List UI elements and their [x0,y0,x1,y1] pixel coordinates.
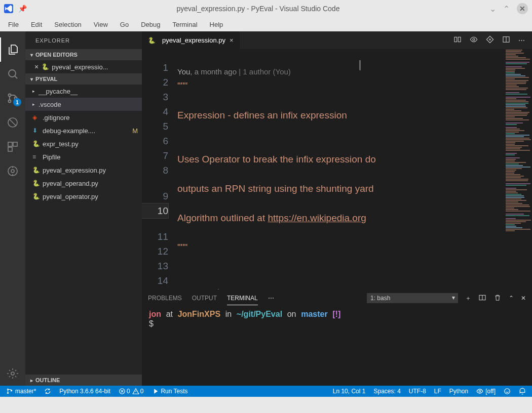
menu-debug[interactable]: Debug [136,19,165,30]
language-mode-status[interactable]: Python [448,388,469,395]
bottom-panel: PROBLEMS OUTPUT TERMINAL ⋯ 1: bash ＋ ⌃ ✕… [142,290,532,386]
open-editor-item[interactable]: × 🐍 pyeval_expressio... [25,60,142,73]
python-interpreter-status[interactable]: Python 3.6.6 64-bit [58,388,111,395]
pip-file-icon: ≡ [32,153,40,160]
git-branch-status[interactable]: master* [5,388,37,395]
git-file-icon: ◈ [32,114,40,121]
editor-tab[interactable]: 🐍 pyeval_expression.py × [142,31,240,49]
file-item[interactable]: 🐍pyeval_operand.py [25,177,142,190]
python-file-icon: 🐍 [42,63,49,70]
menu-selection[interactable]: Selection [49,19,86,30]
svg-rect-11 [454,37,457,42]
svg-point-1 [9,94,11,97]
py-file-icon: 🐍 [32,140,40,147]
settings-gear-icon[interactable] [0,361,25,386]
file-item[interactable]: ⬇debug-example....M [25,124,142,137]
minimize-button[interactable]: ⌄ [489,4,496,14]
svg-point-0 [9,70,16,77]
svg-rect-5 [8,142,12,146]
problems-tab[interactable]: PROBLEMS [148,292,182,305]
run-tests-status[interactable]: Run Tests [150,388,188,395]
chevron-down-icon: ▾ [27,76,35,82]
source-control-icon[interactable]: 1 [0,86,25,110]
svg-point-17 [7,389,8,390]
maximize-panel-icon[interactable]: ⌃ [509,295,514,302]
terminal-tab[interactable]: TERMINAL [227,292,258,305]
file-item[interactable]: 🐍pyeval_operator.py [25,190,142,203]
scm-badge: 1 [13,98,21,106]
code-content[interactable]: You, a month ago | 1 author (You) """ Ex… [177,49,504,290]
menu-go[interactable]: Go [115,19,134,30]
status-bar: master* Python 3.6.6 64-bit 0 0 Run Test… [0,386,532,397]
kill-terminal-icon[interactable] [493,294,502,303]
close-panel-icon[interactable]: ✕ [521,295,526,302]
file-item[interactable]: ◈.gitignore [25,111,142,124]
open-editors-section[interactable]: ▾ OPEN EDITORS [25,49,142,60]
debug-icon[interactable] [0,110,25,135]
svg-point-9 [11,170,14,173]
os-titlebar: 📌 pyeval_expression.py - PyEval - Visual… [0,0,532,17]
tab-bar: 🐍 pyeval_expression.py × ⋯ [142,31,532,49]
svg-point-13 [473,38,475,40]
activity-bar: 1 [0,31,25,386]
terminal-content[interactable]: jon at JonFinXPS in ~/git/PyEval on mast… [142,306,532,386]
split-editor-icon[interactable] [502,35,510,45]
sidebar-title: EXPLORER [25,31,142,49]
close-icon[interactable]: × [230,36,234,44]
menu-terminal[interactable]: Terminal [167,19,202,30]
py-file-icon: 🐍 [32,193,40,200]
menu-view[interactable]: View [89,19,113,30]
notifications-icon[interactable] [518,388,527,395]
live-share-status[interactable]: [off] [475,388,497,395]
more-actions-icon[interactable]: ⋯ [518,36,525,44]
problems-status[interactable]: 0 0 [118,388,144,395]
project-section[interactable]: ▾ PYEVAL [25,73,142,85]
cursor-position-status[interactable]: Ln 10, Col 1 [332,388,367,395]
chevron-right-icon: ▸ [27,378,35,383]
file-item[interactable]: ≡Pipfile [25,150,142,163]
new-terminal-icon[interactable]: ＋ [465,294,471,303]
svg-rect-12 [458,37,461,42]
svg-point-10 [11,372,14,375]
more-panels-icon[interactable]: ⋯ [268,295,274,302]
menu-file[interactable]: File [3,19,24,30]
extensions-icon[interactable] [0,135,25,159]
close-button[interactable]: ✕ [517,3,528,14]
pin-icon[interactable]: 📌 [18,5,27,13]
minimap[interactable] [504,49,532,290]
sync-status[interactable] [43,388,52,395]
file-item[interactable]: 🐍expr_test.py [25,137,142,150]
folder-item[interactable]: ▸ .vscode [25,98,142,111]
chevron-right-icon: ▸ [32,102,39,107]
menu-edit[interactable]: Edit [26,19,47,30]
svg-point-2 [9,100,11,103]
chevron-down-icon: ▾ [27,52,35,58]
menu-help[interactable]: Help [205,19,229,30]
split-terminal-icon[interactable] [478,294,486,303]
explorer-icon[interactable] [0,37,25,62]
py-file-icon: 🐍 [32,167,40,174]
python-file-icon: 🐍 [148,37,155,44]
file-item[interactable]: 🐍pyeval_expression.py [25,163,142,177]
eol-status[interactable]: LF [433,388,442,395]
output-tab[interactable]: OUTPUT [192,292,217,305]
line-gutter: 1234567891011121314 [142,49,177,290]
gitlens-icon[interactable] [0,159,25,183]
search-icon[interactable] [0,62,25,86]
preview-icon[interactable] [470,35,478,45]
tab-filename: pyeval_expression.py [162,36,225,44]
encoding-status[interactable]: UTF-8 [408,388,427,395]
feedback-icon[interactable] [503,388,512,395]
outline-section[interactable]: ▸ OUTLINE [25,375,142,386]
codelens[interactable]: You, a month ago | 1 author (You) [177,66,291,77]
codelens[interactable]: You, 2 months ago [177,286,241,290]
menubar: File Edit Selection View Go Debug Termin… [0,17,532,31]
close-icon[interactable]: × [34,63,39,71]
compare-changes-icon[interactable] [453,35,462,45]
terminal-selector[interactable]: 1: bash [367,293,458,303]
indentation-status[interactable]: Spaces: 4 [372,388,401,395]
code-editor[interactable]: 1234567891011121314 You, a month ago | 1… [142,49,532,290]
git-icon[interactable] [486,35,494,45]
folder-item[interactable]: ▸ __pycache__ [25,85,142,98]
maximize-button[interactable]: ⌃ [503,4,510,14]
